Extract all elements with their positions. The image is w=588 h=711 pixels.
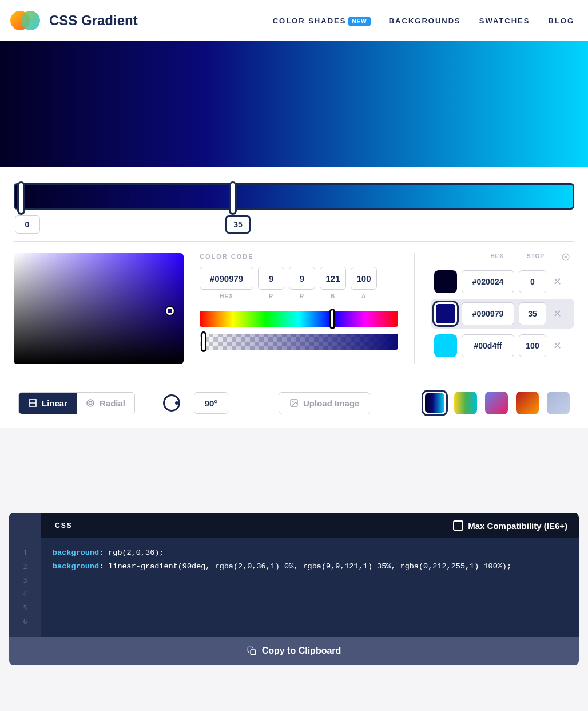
type-toggle: Linear Radial [18, 392, 135, 414]
gradient-handle-0[interactable] [17, 181, 25, 215]
stop-swatch[interactable] [434, 302, 457, 325]
nav-backgrounds[interactable]: BACKGROUNDS [389, 17, 461, 25]
color-code-label: COLOR CODE [200, 253, 398, 260]
b-input[interactable] [320, 267, 346, 290]
angle-input[interactable] [194, 392, 228, 414]
stop-hex-input[interactable] [462, 302, 514, 325]
saturation-picker[interactable] [14, 253, 184, 364]
copy-label: Copy to Clipboard [262, 646, 341, 656]
stop-hex-input[interactable] [462, 334, 514, 357]
stop-row-1[interactable]: ✕ [431, 299, 574, 329]
preset-2[interactable] [485, 392, 508, 414]
css-tab[interactable]: CSS [41, 522, 86, 530]
linear-label: Linear [42, 398, 67, 408]
divider [384, 392, 384, 414]
line-numbers: 123456 [9, 538, 41, 637]
stop-position-row [14, 214, 574, 242]
hue-slider[interactable] [200, 311, 398, 327]
nav-blog[interactable]: BLOG [548, 17, 574, 25]
divider [149, 392, 149, 414]
gradient-preview [0, 41, 588, 167]
delete-stop-icon[interactable]: ✕ [551, 339, 564, 352]
compat-label: Max Compatibility (IE6+) [468, 521, 567, 531]
max-compat-toggle[interactable]: Max Compatibility (IE6+) [453, 520, 579, 531]
svg-point-5 [87, 400, 94, 406]
preset-0[interactable] [423, 392, 446, 414]
nav-label: COLOR SHADES [273, 17, 347, 25]
copy-icon [247, 646, 256, 655]
stop-row-2[interactable]: ✕ [431, 331, 574, 361]
g-input[interactable] [289, 267, 315, 290]
saturation-cursor[interactable] [166, 307, 174, 315]
svg-point-8 [292, 401, 293, 402]
alpha-handle[interactable] [201, 331, 206, 352]
hex-input[interactable] [200, 267, 253, 290]
radial-label: Radial [100, 398, 125, 408]
logo-icon [10, 10, 40, 31]
preset-4[interactable] [547, 392, 570, 414]
svg-point-6 [89, 401, 92, 404]
checkbox-icon [453, 520, 463, 531]
stop-swatch[interactable] [434, 270, 457, 293]
radial-button[interactable]: Radial [77, 393, 134, 414]
new-badge: NEW [348, 17, 370, 26]
linear-icon [28, 398, 37, 408]
code-output[interactable]: background: rgb(2,0,36); background: lin… [41, 538, 579, 637]
radial-icon [86, 398, 95, 408]
upload-label: Upload Image [303, 398, 359, 408]
preset-3[interactable] [516, 392, 539, 414]
copy-button[interactable]: Copy to Clipboard [9, 637, 579, 665]
nav: COLOR SHADESNEW BACKGROUNDS SWATCHES BLO… [273, 17, 574, 25]
stop-row-0[interactable]: ✕ [431, 267, 574, 297]
sublabels: HEX R R B A [200, 293, 398, 299]
presets [423, 392, 570, 414]
stop-swatch[interactable] [434, 334, 457, 357]
upload-image-button[interactable]: Upload Image [279, 392, 370, 414]
gradient-handle-1[interactable] [229, 181, 237, 215]
header: CSS Gradient COLOR SHADESNEW BACKGROUNDS… [0, 0, 588, 41]
nav-color-shades[interactable]: COLOR SHADESNEW [273, 17, 371, 25]
linear-button[interactable]: Linear [19, 393, 77, 414]
stop-pos-input[interactable] [519, 334, 546, 357]
delete-stop-icon[interactable]: ✕ [551, 307, 564, 320]
stop-pos-input[interactable] [519, 302, 546, 325]
stop-hex-input[interactable] [462, 270, 514, 293]
image-icon [289, 398, 299, 408]
angle-dial[interactable] [163, 394, 180, 412]
stop-pos-input[interactable] [519, 270, 546, 293]
delete-stop-icon[interactable]: ✕ [551, 275, 564, 288]
logo[interactable]: CSS Gradient [10, 10, 138, 31]
controls: COLOR CODE HEX R R B A [0, 167, 588, 428]
svg-rect-9 [251, 650, 256, 655]
code-section: CSS Max Compatibility (IE6+) 123456 back… [9, 513, 579, 665]
preset-1[interactable] [454, 392, 477, 414]
nav-swatches[interactable]: SWATCHES [479, 17, 530, 25]
a-input[interactable] [351, 267, 377, 290]
alpha-slider[interactable] [200, 334, 398, 350]
stop-position-0[interactable] [15, 215, 40, 234]
logo-text: CSS Gradient [49, 13, 138, 29]
gradient-bar[interactable] [14, 183, 574, 210]
stop-position-1[interactable] [225, 215, 251, 234]
stops-header: HEX STOP [431, 253, 574, 261]
r-input[interactable] [258, 267, 284, 290]
add-stop-icon[interactable] [562, 253, 570, 261]
hue-handle[interactable] [329, 309, 335, 329]
